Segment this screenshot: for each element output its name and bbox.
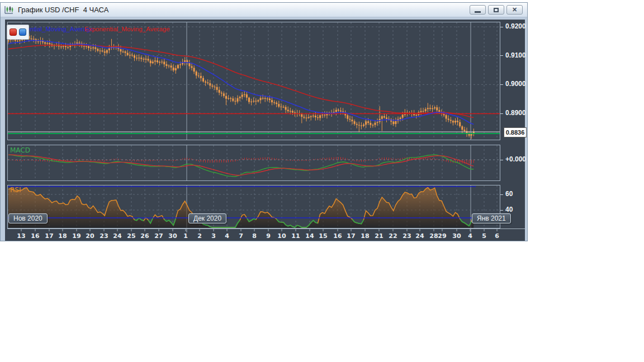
axis-label: 23 [402, 232, 411, 240]
axis-label: 28 [429, 232, 438, 240]
axis-label: 23 [100, 232, 108, 240]
axis-label: RSI [10, 186, 21, 194]
axis-label: 6 [495, 232, 499, 240]
rsi-panel[interactable]: RSI [7, 185, 500, 228]
price-tick-label: 0.9000 [505, 80, 526, 88]
indicator-red-button[interactable] [10, 28, 17, 36]
rsi-tick-label: 60 [505, 190, 513, 198]
scale-tick [500, 27, 503, 27]
macd-zero-label: +0.000 [505, 155, 526, 163]
month-marker: Дек 2020 [188, 213, 226, 223]
macd-panel[interactable]: MACD [7, 145, 500, 181]
axis-label: 4 [468, 232, 472, 240]
axis-label: 16 [333, 232, 342, 240]
axis-label: 14 [305, 232, 314, 240]
chart-window: График USD /CHF 4 ЧАСА ✕ MACD RSI 131617… [0, 2, 528, 241]
axis-label: 7 [239, 232, 243, 240]
title-bar[interactable]: График USD /CHF 4 ЧАСА ✕ [1, 3, 527, 17]
axis-label: 25 [127, 232, 135, 240]
axis-label: 16 [31, 232, 40, 240]
axis-label: 22 [389, 232, 397, 240]
axis-label: 9 [266, 232, 271, 240]
current-price-tag: 0.8836 [504, 127, 527, 137]
chart-area: MACD RSI 1316171819202324252627301234789… [5, 20, 525, 241]
axis-label: 5 [482, 232, 486, 240]
month-marker: Янв 2021 [472, 213, 511, 223]
axis-label: 2 [197, 232, 202, 240]
axis-label: 4 [225, 232, 229, 240]
close-button[interactable]: ✕ [506, 5, 523, 15]
axis-label: 15 [319, 232, 327, 240]
time-axis[interactable]: 1316171819202324252627301234789101114151… [7, 228, 525, 241]
axis-label: 29 [438, 232, 446, 240]
axis-label: 21 [375, 232, 383, 240]
restore-icon [494, 8, 499, 12]
restore-button[interactable] [488, 5, 504, 15]
scale-tick [500, 160, 503, 160]
scale-tick [500, 113, 503, 114]
axis-label: 30 [168, 232, 177, 240]
axis-label: 8 [252, 232, 257, 240]
minimize-button[interactable] [470, 5, 486, 15]
axis-label: 18 [361, 232, 369, 240]
axis-label: 13 [17, 232, 25, 240]
axis-label: 3 [211, 232, 216, 240]
axis-label: 30 [452, 232, 461, 240]
axis-label: 20 [86, 232, 94, 240]
window-controls: ✕ [470, 5, 524, 15]
scale-tick [500, 210, 503, 211]
minimize-icon [475, 11, 481, 13]
axis-label: 27 [154, 232, 163, 240]
axis-label: 18 [58, 232, 67, 240]
rsi-tick-label: 40 [505, 206, 513, 213]
candlestick-chart-icon [4, 6, 14, 15]
scale-tick [500, 194, 503, 195]
price-tick-label: 0.9200 [505, 22, 526, 30]
axis-label: 10 [277, 232, 286, 240]
axis-label: 24 [113, 232, 122, 240]
axis-label: 11 [291, 232, 300, 240]
scale-tick [500, 55, 503, 56]
price-chart-panel[interactable] [7, 22, 500, 140]
price-scale[interactable]: 0.92000.91000.90000.8900+0.00060400.8836 [500, 20, 525, 241]
axis-label: 1 [183, 232, 188, 240]
indicator-blue-button[interactable] [19, 28, 26, 36]
axis-label: 19 [72, 232, 80, 240]
month-marker: Нов 2020 [8, 213, 48, 223]
axis-label: 26 [140, 232, 149, 240]
ema-slow-indicator-label: Exponential_Moving_Average [84, 26, 170, 32]
price-tick-label: 0.8900 [505, 109, 526, 117]
scale-tick [500, 84, 503, 85]
axis-label: 17 [45, 232, 53, 240]
window-title: График USD /CHF 4 ЧАСА [18, 6, 108, 14]
axis-label: 17 [347, 232, 355, 240]
price-tick-label: 0.9100 [505, 51, 526, 59]
axis-label: MACD [10, 146, 30, 154]
indicator-buttons-box [7, 25, 29, 40]
close-icon: ✕ [512, 7, 517, 13]
axis-label: 24 [415, 232, 424, 240]
